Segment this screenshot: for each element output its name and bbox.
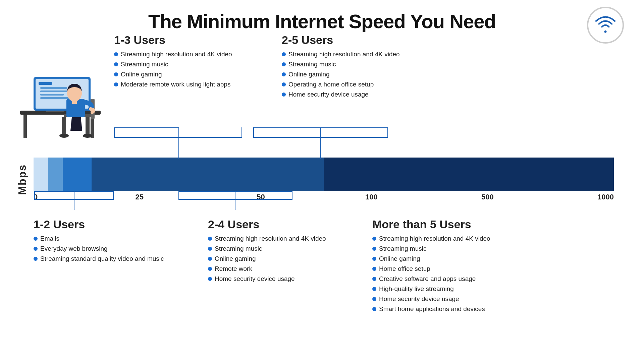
svg-rect-20 [72, 100, 77, 104]
list-item: Home security device usage [208, 275, 356, 283]
list-item: Online gaming [114, 71, 258, 78]
svg-rect-1 [23, 115, 27, 138]
bracket-line-13-down [178, 137, 179, 158]
bar-segment-25-50 [48, 158, 62, 191]
bullet-icon [282, 82, 286, 86]
bar-segment-500-1000 [324, 158, 614, 191]
bullet-icon [372, 257, 376, 261]
list-item: Streaming high resolution and 4K video [282, 51, 449, 58]
bracket-left-24 [178, 191, 179, 199]
group-25-users: 2-5 Users Streaming high resolution and … [282, 34, 449, 101]
bullet-icon [34, 237, 38, 241]
bullet-icon [114, 62, 118, 66]
list-item: Streaming music [372, 245, 560, 252]
list-item: Online gaming [208, 255, 356, 262]
scale-labels: 0 25 50 100 500 1000 [34, 193, 614, 201]
bracket-top-13-top [114, 127, 179, 128]
group-5plus-list: Streaming high resolution and 4K video S… [372, 235, 560, 313]
bullet-icon [372, 237, 376, 241]
group-24-users: 2-4 Users Streaming high resolution and … [208, 218, 356, 285]
group-12-title: 1-2 Users [34, 218, 168, 231]
page-title: The Minimum Internet Speed You Need [0, 0, 644, 33]
bullet-icon [372, 247, 376, 251]
list-item: Home security device usage [282, 91, 449, 98]
list-item: High-quality live streaming [372, 285, 560, 293]
svg-point-17 [83, 134, 92, 138]
bullet-icon [34, 257, 38, 261]
list-item: Online gaming [372, 255, 560, 262]
group-25-title: 2-5 Users [282, 34, 449, 47]
bullet-icon [208, 247, 212, 251]
list-item: Creative software and apps usage [372, 275, 560, 283]
bullet-icon [372, 297, 376, 301]
scale-50: 50 [257, 193, 265, 201]
list-item: Streaming high resolution and 4K video [114, 51, 258, 58]
list-item: Moderate remote work using light apps [114, 81, 258, 88]
scale-1000: 1000 [597, 193, 614, 201]
bar-segment-0-25 [34, 158, 48, 191]
svg-rect-10 [40, 94, 64, 96]
bracket-bottom-13 [114, 137, 242, 138]
svg-rect-8 [40, 87, 67, 89]
bracket-left-13 [114, 127, 115, 137]
svg-rect-7 [39, 82, 52, 85]
list-item: Streaming music [208, 245, 356, 252]
mbps-label: Mbps [16, 164, 29, 195]
bullet-icon [114, 82, 118, 86]
person-illustration [10, 37, 107, 147]
svg-rect-15 [86, 117, 90, 134]
bracket-left-25 [253, 127, 254, 137]
bullet-icon [282, 62, 286, 66]
bracket-right-13 [241, 127, 242, 137]
svg-rect-11 [40, 97, 70, 99]
bracket-bottom-24 [178, 199, 292, 200]
group-13-list: Streaming high resolution and 4K video S… [114, 51, 258, 88]
svg-point-16 [59, 134, 69, 138]
bracket-top-25 [253, 127, 388, 128]
svg-rect-14 [62, 117, 66, 134]
group-13-users: 1-3 Users Streaming high resolution and … [114, 34, 258, 91]
bracket-right-25 [387, 127, 388, 137]
group-12-users: 1-2 Users Emails Everyday web browsing S… [34, 218, 168, 265]
bullet-icon [208, 277, 212, 281]
wifi-icon [594, 13, 617, 37]
bullet-icon [372, 267, 376, 271]
bullet-icon [208, 237, 212, 241]
bracket-line-24-down [235, 199, 235, 210]
bullet-icon [114, 72, 118, 76]
list-item: Streaming high resolution and 4K video [208, 235, 356, 242]
list-item: Home office setup [372, 265, 560, 273]
list-item: Streaming music [282, 61, 449, 68]
bar-segment-50-100 [63, 158, 92, 191]
list-item: Operating a home office setup [282, 81, 449, 88]
bar-segment-100-500 [92, 158, 324, 191]
bullet-icon [282, 52, 286, 56]
scale-500: 500 [481, 193, 494, 201]
bullet-icon [208, 257, 212, 261]
group-24-title: 2-4 Users [208, 218, 356, 231]
group-24-list: Streaming high resolution and 4K video S… [208, 235, 356, 283]
scale-25: 25 [136, 193, 144, 201]
scale-100: 100 [365, 193, 378, 201]
bullet-icon [372, 287, 376, 291]
list-item: Online gaming [282, 71, 449, 78]
bracket-right-24 [292, 191, 292, 199]
bullet-icon [208, 267, 212, 271]
bracket-right-12 [113, 191, 114, 199]
list-item: Streaming standard quality video and mus… [34, 255, 168, 262]
speed-bar [34, 158, 614, 191]
bullet-icon [34, 247, 38, 251]
list-item: Streaming music [114, 61, 258, 68]
list-item: Streaming high resolution and 4K video [372, 235, 560, 242]
bracket-left-12 [34, 191, 35, 199]
group-5plus-users: More than 5 Users Streaming high resolut… [372, 218, 560, 315]
list-item: Emails [34, 235, 168, 242]
list-item: Home security device usage [372, 295, 560, 303]
group-5plus-title: More than 5 Users [372, 218, 560, 231]
list-item: Remote work [208, 265, 356, 273]
bracket-line-12-down [74, 199, 74, 210]
bullet-icon [282, 93, 286, 97]
bullet-icon [372, 307, 376, 311]
group-12-list: Emails Everyday web browsing Streaming s… [34, 235, 168, 262]
bracket-top-24 [178, 191, 292, 192]
